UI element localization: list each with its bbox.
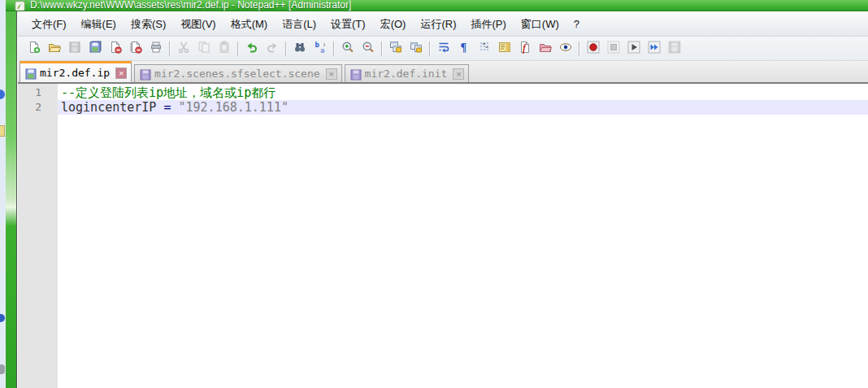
line-number-gutter[interactable]: 12 — [18, 84, 58, 388]
function-list-button[interactable]: f — [514, 39, 535, 59]
record-macro-button[interactable] — [583, 39, 603, 59]
close-icon[interactable]: × — [326, 68, 337, 80]
toolbar-separator — [381, 41, 382, 56]
toolbar-separator — [579, 41, 579, 56]
code-line[interactable]: --定义登陆列表ip地址，域名或ip都行 — [58, 85, 868, 100]
folder-workspace-button[interactable] — [535, 39, 555, 59]
token-comment: --定义登陆列表ip地址，域名或ip都行 — [61, 85, 276, 100]
save-all-button[interactable] — [85, 39, 105, 59]
menu-item-view[interactable]: 视图(V) — [173, 13, 223, 36]
save-file-icon — [68, 41, 81, 57]
background-fragment — [0, 364, 5, 374]
word-wrap-icon — [437, 41, 450, 57]
close-icon[interactable]: × — [115, 68, 127, 79]
play-macro-icon — [627, 41, 640, 57]
background-fragment — [0, 314, 5, 322]
zoom-in-button[interactable] — [337, 39, 358, 59]
doc-map-button[interactable] — [494, 39, 514, 59]
menu-item-window[interactable]: 窗口(W) — [514, 13, 566, 36]
menu-item-plugins[interactable]: 插件(P) — [463, 13, 513, 36]
toolbar-separator — [237, 41, 238, 56]
editor[interactable]: 12 --定义登陆列表ip地址，域名或ip都行logincenterIP = "… — [18, 84, 868, 388]
indent-guide-icon — [478, 41, 491, 57]
menu-item-search[interactable]: 搜索(S) — [124, 13, 173, 36]
code-area[interactable]: --定义登陆列表ip地址，域名或ip都行logincenterIP = "192… — [58, 84, 868, 388]
sync-vertical-scroll-button[interactable] — [385, 39, 406, 59]
new-file-icon — [28, 41, 41, 57]
close-all-button[interactable] — [125, 39, 145, 59]
run-multiple-macro-icon — [648, 41, 661, 57]
tab-mir2-scenes-sfselect-scene[interactable]: mir2.scenes.sfselect.scene× — [134, 64, 342, 82]
close-file-icon — [109, 41, 122, 57]
menu-item-file[interactable]: 文件(F) — [24, 13, 74, 36]
sync-horizontal-scroll-button[interactable] — [406, 39, 426, 59]
zoom-in-icon — [341, 41, 354, 57]
toolbar-separator — [333, 41, 334, 56]
menu-item-help[interactable]: ? — [566, 13, 587, 36]
find-icon — [293, 41, 306, 57]
save-all-icon — [89, 41, 102, 57]
run-multiple-macro-button[interactable] — [644, 39, 664, 59]
tab-mir2-def-ip[interactable]: mir2.def.ip× — [20, 61, 132, 82]
menu-bar: 文件(F)编辑(E)搜索(S)视图(V)格式(M)语言(L)设置(T)宏(O)运… — [18, 12, 868, 37]
toolbar-separator — [429, 41, 430, 56]
monitoring-button[interactable] — [555, 39, 575, 59]
undo-button[interactable] — [241, 39, 262, 59]
monitoring-icon — [559, 41, 572, 57]
show-all-chars-icon: ¶ — [458, 41, 471, 57]
toolbar-separator — [285, 41, 286, 56]
show-all-chars-button[interactable]: ¶ — [454, 39, 474, 59]
token-string: "192.168.1.111" — [179, 100, 289, 115]
close-file-button[interactable] — [105, 39, 125, 59]
svg-text:¶: ¶ — [460, 41, 467, 54]
notepadpp-icon — [15, 0, 25, 11]
sync-horizontal-scroll-icon — [410, 41, 423, 57]
new-file-button[interactable] — [24, 39, 44, 59]
find-button[interactable] — [289, 39, 310, 59]
saved-file-icon — [349, 68, 361, 80]
stop-macro-button — [603, 39, 623, 59]
menu-item-edit[interactable]: 编辑(E) — [74, 13, 124, 36]
tab-label: mir2.scenes.sfselect.scene — [154, 68, 320, 80]
line-number: 2 — [18, 100, 41, 115]
saved-file-icon — [139, 68, 150, 80]
svg-text:a: a — [320, 46, 324, 54]
sync-vertical-scroll-icon — [389, 41, 402, 57]
menu-item-format[interactable]: 格式(M) — [224, 13, 276, 36]
svg-text:b: b — [315, 41, 319, 49]
word-wrap-button[interactable] — [433, 39, 454, 59]
background-fragment — [0, 89, 5, 99]
paste-icon — [218, 41, 231, 57]
open-file-icon — [48, 41, 61, 57]
tab-label: mir2.def.ip — [40, 67, 110, 79]
doc-map-icon — [498, 41, 511, 57]
open-file-button[interactable] — [44, 39, 64, 59]
title-bar[interactable]: D:\www.wkzy.net\WWW\assets\res\mir2.def.… — [6, 0, 868, 11]
close-all-icon — [129, 41, 142, 57]
line-number: 1 — [18, 85, 41, 100]
close-icon[interactable]: × — [453, 68, 464, 80]
background-fragment — [0, 125, 5, 137]
menu-item-language[interactable]: 语言(L) — [275, 13, 323, 36]
zoom-out-button[interactable] — [358, 39, 378, 59]
redo-icon — [266, 41, 279, 57]
replace-icon: ba — [314, 41, 327, 57]
desktop-background-sliver — [0, 0, 6, 388]
save-macro-icon — [668, 41, 681, 57]
menu-item-settings[interactable]: 设置(T) — [323, 13, 373, 36]
replace-button[interactable]: ba — [310, 39, 330, 59]
token-default: logincenterIP — [61, 100, 163, 115]
indent-guide-button[interactable] — [474, 39, 494, 59]
token-default — [171, 100, 178, 115]
copy-button — [193, 39, 214, 59]
record-macro-icon — [587, 41, 600, 57]
window-client-area: 文件(F)编辑(E)搜索(S)视图(V)格式(M)语言(L)设置(T)宏(O)运… — [18, 12, 868, 388]
zoom-out-icon — [362, 41, 375, 57]
tab-mir2-def-init[interactable]: mir2.def.init× — [345, 64, 470, 82]
print-button[interactable] — [145, 39, 166, 59]
code-line-current[interactable]: logincenterIP = "192.168.1.111" — [58, 100, 868, 115]
menu-item-run[interactable]: 运行(R) — [413, 13, 463, 36]
menu-item-macro[interactable]: 宏(O) — [373, 13, 414, 36]
play-macro-button[interactable] — [623, 39, 644, 59]
toolbar-separator — [169, 41, 170, 56]
